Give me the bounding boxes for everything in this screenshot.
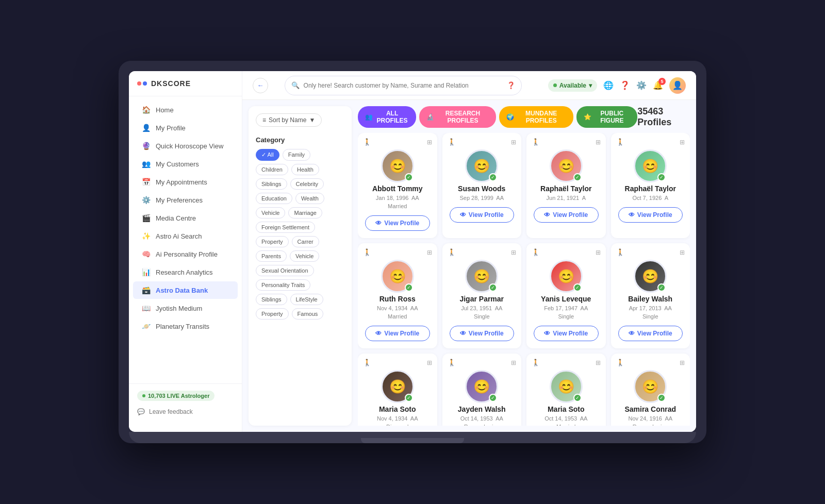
support-icon[interactable]: ❓ [620, 80, 630, 90]
card-top-icons-2: 🚶 ⊞ [532, 138, 601, 146]
sidebar-item-quick-horoscope[interactable]: 🔮Quick Horoscope View [133, 137, 238, 155]
nav-label-planetary-transits: Planetary Transits [156, 323, 209, 330]
tab-label-research: RESEARCH PROFILES [437, 110, 489, 124]
filter-tag-celebrity[interactable]: Celebrity [290, 178, 324, 190]
profile-card-11: 🚶 ⊞ 😊 ✓ Samira Conrad Nov 24, 1916 AA Re… [611, 354, 690, 426]
person-icon-7: 🚶 [616, 248, 624, 256]
profiles-grid: 🚶 ⊞ 😊 ✓ Abbott Tommy Jan 18, 1996 AA Mar… [358, 133, 690, 426]
feedback-icon: 💬 [137, 408, 145, 415]
grid-icon-10[interactable]: ⊞ [596, 359, 601, 366]
sidebar-item-ai-personality[interactable]: 🧠Ai Personality Profile [133, 245, 238, 263]
grid-icon-6[interactable]: ⊞ [596, 249, 601, 256]
content-area: ≡ Sort by Name ▼ Category ✓ AllFamilyChi… [242, 100, 696, 432]
view-profile-label-3: View Profile [637, 211, 672, 219]
settings-icon[interactable]: ⚙️ [636, 80, 647, 90]
filter-tag-carrer[interactable]: Carrer [292, 236, 319, 247]
sidebar-item-astro-ai-search[interactable]: ✨Astro Ai Search [133, 227, 238, 245]
grid-icon-1[interactable]: ⊞ [511, 139, 516, 146]
logo-area: DKSCORE [129, 79, 242, 96]
sidebar-item-home[interactable]: 🏠Home [133, 101, 238, 119]
nav-icon-home: 🏠 [141, 106, 151, 114]
user-avatar[interactable]: 👤 [669, 77, 686, 94]
filter-tag-foreign-settlement[interactable]: Foreign Settlement [256, 222, 315, 233]
card-top-icons-4: 🚶 ⊞ [363, 248, 432, 256]
filter-tag-property[interactable]: Property [256, 236, 289, 247]
profile-status-10: Married [556, 424, 575, 426]
view-profile-button-0[interactable]: 👁 View Profile [365, 215, 430, 231]
filter-tag-siblings[interactable]: Siblings [256, 178, 287, 190]
avatar-face-8: 😊 [389, 379, 406, 395]
profile-name-6: Yanis Leveque [541, 295, 591, 303]
filter-tag-children[interactable]: Children [256, 164, 288, 175]
sidebar-item-planetary-transits[interactable]: 🪐Planetary Transits [133, 317, 238, 335]
search-input[interactable] [304, 82, 503, 89]
view-profile-button-2[interactable]: 👁 View Profile [534, 207, 599, 223]
translate-icon[interactable]: 🌐 [603, 80, 614, 90]
sort-button[interactable]: ≡ Sort by Name ▼ [256, 113, 322, 127]
view-profile-button-4[interactable]: 👁 View Profile [365, 326, 430, 341]
nav-icon-my-preferences: ⚙️ [141, 196, 151, 204]
filter-tag-property[interactable]: Property [256, 308, 289, 320]
sidebar-item-media-centre[interactable]: 🎬Media Centre [133, 209, 238, 227]
sidebar-item-my-appointments[interactable]: 📅My Appointments [133, 173, 238, 191]
filter-tag-vehicle[interactable]: Vehicle [290, 250, 319, 262]
notification-icon[interactable]: 🔔 5 [653, 80, 663, 90]
verified-badge-9: ✓ [489, 394, 497, 402]
back-button[interactable]: ← [253, 78, 268, 93]
filter-tag-famous[interactable]: Famous [292, 308, 324, 320]
filter-tag-sexual-orientation[interactable]: Sexual Orientation [256, 265, 314, 276]
grid-icon-8[interactable]: ⊞ [427, 359, 432, 366]
profile-img-wrap-6: 😊 ✓ [550, 260, 583, 293]
grid-icon-3[interactable]: ⊞ [680, 139, 685, 146]
verified-badge-6: ✓ [573, 283, 582, 292]
grid-icon-4[interactable]: ⊞ [427, 249, 432, 256]
sidebar-item-my-customers[interactable]: 👥My Customers [133, 155, 238, 173]
sidebar-item-my-profile[interactable]: 👤My Profile [133, 119, 238, 137]
eye-icon-6: 👁 [544, 330, 550, 337]
sidebar-item-astro-data-bank[interactable]: 🗃️Astro Data Bank [133, 281, 238, 299]
grid-icon-7[interactable]: ⊞ [680, 249, 685, 256]
grid-icon-2[interactable]: ⊞ [596, 139, 601, 146]
profile-img-wrap-2: 😊 ✓ [550, 149, 583, 182]
filter-tag-all[interactable]: ✓ All [256, 149, 279, 161]
grid-icon-9[interactable]: ⊞ [511, 359, 516, 366]
profile-meta-8: Nov 4, 1934 AA [377, 415, 418, 422]
status-label: Available [559, 82, 586, 89]
avatar-face-1: 😊 [473, 158, 490, 174]
sidebar-item-research-analytics[interactable]: 📊Research Analytics [133, 263, 238, 281]
tab-research[interactable]: 🔬RESEARCH PROFILES [419, 106, 496, 128]
tab-public[interactable]: ⭐PUBLIC FIGURE [576, 106, 638, 128]
filter-tag-parents[interactable]: Parents [256, 250, 287, 262]
sidebar-item-jyotish-medium[interactable]: 📖Jyotish Medium [133, 299, 238, 317]
view-profile-button-7[interactable]: 👁 View Profile [618, 326, 683, 341]
filter-tag-vehicle[interactable]: Vehicle [256, 207, 285, 219]
profile-img-wrap-11: 😊 ✓ [634, 370, 667, 403]
person-icon-8: 🚶 [363, 359, 371, 366]
feedback-item[interactable]: 💬 Leave feedback [137, 406, 234, 417]
filter-tag-personality-traits[interactable]: Personality Traits [256, 279, 310, 291]
view-profile-button-3[interactable]: 👁 View Profile [618, 207, 683, 223]
profile-status-11: Remembering [633, 424, 668, 426]
view-profile-button-1[interactable]: 👁 View Profile [450, 207, 515, 223]
sidebar-item-my-preferences[interactable]: ⚙️My Preferences [133, 191, 238, 209]
profile-img-wrap-0: 😊 ✓ [381, 149, 414, 182]
avatar-face-11: 😊 [642, 379, 658, 395]
filter-tag-wealth[interactable]: Wealth [295, 193, 324, 204]
grid-icon-0[interactable]: ⊞ [427, 139, 432, 146]
filter-tag-health[interactable]: Health [291, 164, 319, 175]
tab-mundane[interactable]: 🌍MUNDANE PROFILES [499, 106, 573, 128]
grid-icon-11[interactable]: ⊞ [680, 359, 685, 366]
filter-tag-lifestyle[interactable]: LifeStyle [290, 294, 323, 305]
person-icon-6: 🚶 [532, 248, 540, 256]
tab-all[interactable]: 👥ALL PROFILES [358, 106, 416, 128]
grid-icon-5[interactable]: ⊞ [511, 249, 516, 256]
filter-tag-family[interactable]: Family [283, 149, 310, 161]
filter-tag-siblings[interactable]: Siblings [256, 294, 287, 305]
filter-tag-education[interactable]: Education [256, 193, 292, 204]
person-icon-10: 🚶 [532, 359, 540, 366]
help-icon[interactable]: ❓ [507, 81, 515, 89]
status-badge[interactable]: Available ▾ [548, 79, 597, 92]
view-profile-button-6[interactable]: 👁 View Profile [534, 326, 599, 341]
view-profile-button-5[interactable]: 👁 View Profile [450, 326, 515, 341]
filter-tag-marriage[interactable]: Marriage [288, 207, 322, 219]
